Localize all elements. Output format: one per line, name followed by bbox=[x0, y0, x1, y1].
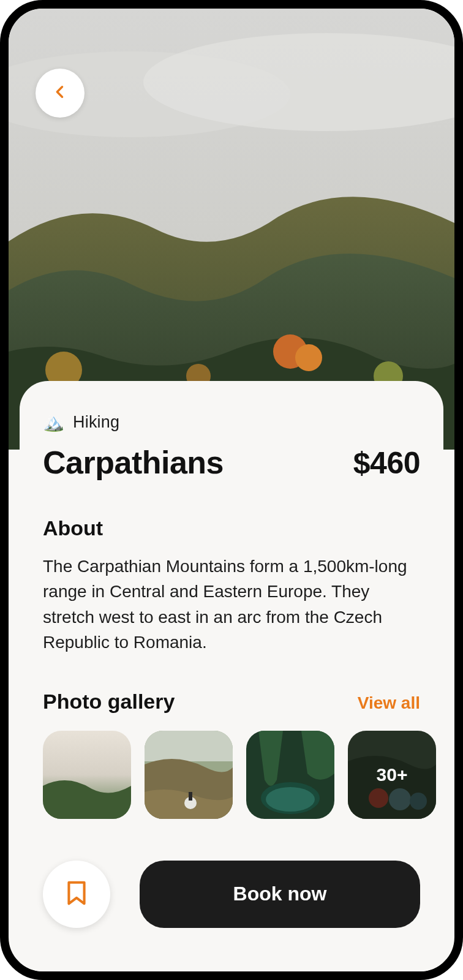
category-row: 🏔️ Hiking bbox=[43, 413, 420, 432]
trip-price: $460 bbox=[353, 445, 420, 481]
svg-rect-12 bbox=[189, 792, 192, 801]
chevron-left-icon bbox=[51, 83, 69, 103]
about-heading: About bbox=[43, 516, 420, 540]
gallery-heading: Photo gallery bbox=[43, 690, 175, 714]
gallery-thumb-1[interactable] bbox=[43, 731, 131, 819]
gallery-thumb-2[interactable] bbox=[145, 731, 233, 819]
footer-row: Book now bbox=[43, 861, 420, 928]
gallery-header: Photo gallery View all bbox=[43, 690, 420, 714]
about-text: The Carpathian Mountains form a 1,500km-… bbox=[43, 554, 420, 655]
svg-point-5 bbox=[295, 344, 322, 371]
svg-point-15 bbox=[266, 787, 315, 812]
bookmark-button[interactable] bbox=[43, 861, 110, 928]
mountain-icon: 🏔️ bbox=[43, 414, 64, 431]
svg-rect-10 bbox=[145, 731, 233, 761]
category-label: Hiking bbox=[73, 413, 119, 432]
gallery-thumb-3[interactable] bbox=[246, 731, 334, 819]
detail-sheet: 🏔️ Hiking Carpathians $460 About The Car… bbox=[20, 381, 443, 980]
back-button[interactable] bbox=[36, 69, 85, 118]
book-now-label: Book now bbox=[233, 883, 327, 905]
gallery-more-count: 30+ bbox=[348, 731, 436, 819]
gallery-row: 30+ bbox=[43, 731, 420, 819]
title-row: Carpathians $460 bbox=[43, 444, 420, 481]
gallery-thumb-more[interactable]: 30+ bbox=[348, 731, 436, 819]
view-all-link[interactable]: View all bbox=[358, 693, 420, 713]
phone-frame: 🏔️ Hiking Carpathians $460 About The Car… bbox=[0, 0, 463, 980]
book-now-button[interactable]: Book now bbox=[140, 861, 420, 928]
trip-title: Carpathians bbox=[43, 444, 224, 481]
bookmark-icon bbox=[65, 880, 88, 909]
